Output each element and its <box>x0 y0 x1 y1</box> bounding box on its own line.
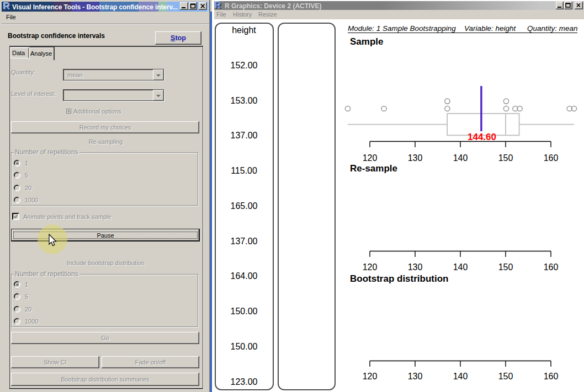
svg-text:120: 120 <box>363 153 378 163</box>
svg-text:130: 130 <box>408 372 423 381</box>
svg-text:130: 130 <box>408 262 423 272</box>
svg-text:140: 140 <box>453 153 468 163</box>
svg-text:150: 150 <box>498 153 513 163</box>
svg-text:120: 120 <box>363 262 378 272</box>
svg-text:140: 140 <box>453 372 468 381</box>
svg-text:130: 130 <box>408 153 423 163</box>
svg-text:160: 160 <box>544 262 559 272</box>
svg-text:120: 120 <box>363 372 378 381</box>
svg-text:144.60: 144.60 <box>468 132 496 142</box>
svg-text:140: 140 <box>453 262 468 272</box>
svg-text:160: 160 <box>544 372 559 381</box>
svg-text:160: 160 <box>544 153 559 163</box>
svg-text:150: 150 <box>498 372 513 381</box>
svg-text:150: 150 <box>498 262 513 272</box>
